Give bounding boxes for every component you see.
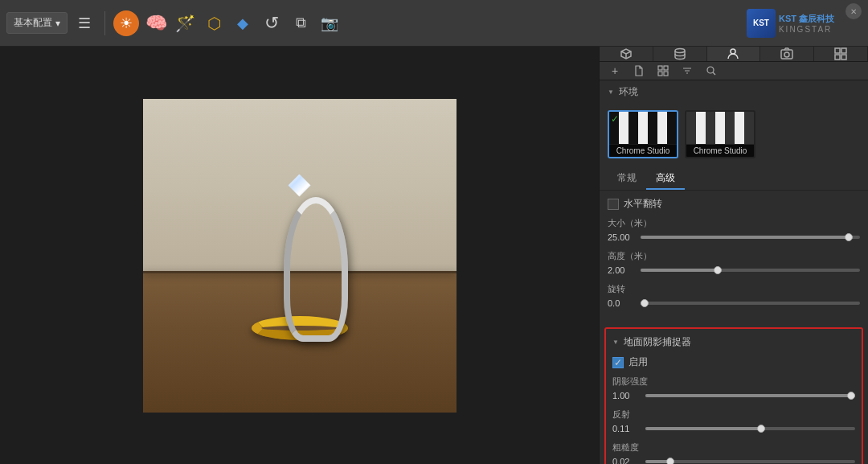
env-thumb-1[interactable]: ✓ Chrome Studio	[608, 110, 678, 158]
silver-ring	[284, 197, 348, 342]
panel-tab-database[interactable]	[653, 47, 707, 61]
env-section-arrow: ▼	[608, 88, 614, 96]
config-dropdown[interactable]: 基本配置 ▾	[6, 12, 68, 34]
environment-section-header: ▼ 环境	[600, 80, 868, 104]
tab-normal[interactable]: 常规	[608, 168, 646, 190]
size-row: 25.00	[608, 232, 860, 242]
rotation-group: 旋转 0.0	[608, 283, 860, 308]
roughness-label: 粗糙度	[612, 441, 855, 454]
logo-icon: KST	[747, 9, 776, 38]
ground-shadow-arrow: ▼	[612, 339, 619, 346]
search-action-icon[interactable]	[702, 62, 720, 80]
logo-kst-label: KST 鑫辰科技	[779, 13, 834, 25]
list-icon[interactable]: ☰	[72, 11, 96, 35]
panel-top-tabs	[600, 47, 868, 62]
rotation-row: 0.0	[608, 298, 860, 308]
svg-rect-11	[664, 72, 668, 76]
shadow-enable-checkbox[interactable]: ✓	[612, 357, 624, 368]
rotation-slider[interactable]	[641, 302, 860, 305]
shadow-intensity-thumb[interactable]	[847, 392, 855, 400]
rotation-value: 0.0	[608, 298, 636, 308]
roughness-slider[interactable]	[645, 460, 855, 463]
svg-rect-4	[835, 48, 840, 53]
panel-tabs: 常规 高级	[600, 165, 868, 191]
env-thumb-pattern-2	[686, 112, 754, 144]
height-group: 高度（米） 2.00	[608, 250, 860, 275]
size-slider[interactable]	[641, 236, 860, 239]
sort-action-icon[interactable]	[678, 62, 696, 80]
env-thumb-pattern-1	[609, 112, 677, 144]
env-thumb-label-1: Chrome Studio	[609, 145, 677, 157]
shadow-enable-row: ✓ 启用	[612, 355, 855, 369]
reflection-group: 反射 0.11	[612, 409, 855, 433]
reflection-slider[interactable]	[645, 427, 855, 430]
render-viewport	[143, 99, 457, 413]
reflection-thumb[interactable]	[757, 425, 765, 433]
file-action-icon[interactable]	[630, 62, 648, 80]
reflection-value: 0.11	[612, 424, 641, 433]
roughness-thumb[interactable]	[666, 458, 674, 464]
shadow-enable-label: 启用	[628, 355, 648, 369]
horizontal-rotation-row: 水平翻转	[608, 197, 860, 211]
svg-point-1	[731, 49, 735, 54]
gem-toolbar-icon[interactable]: ◆	[231, 11, 255, 35]
advanced-form: 水平翻转 大小（米） 25.00 高度（米） 2.00	[600, 191, 868, 322]
refresh-toolbar-icon[interactable]: ↺	[260, 11, 284, 35]
config-label: 基本配置	[14, 16, 52, 30]
logo-sub-label: KINGSTAR	[779, 25, 832, 34]
copy-toolbar-icon[interactable]: ⧉	[289, 11, 313, 35]
height-value: 2.00	[608, 265, 636, 275]
height-label: 高度（米）	[608, 250, 860, 262]
size-label: 大小（米）	[608, 217, 860, 229]
panel-tab-photo[interactable]	[760, 47, 814, 61]
shadow-intensity-fill	[645, 394, 851, 397]
layout-action-icon[interactable]	[654, 62, 672, 80]
panel-action-bar: +	[600, 62, 868, 80]
svg-rect-8	[658, 66, 662, 70]
env-thumbnails: ✓ Chrome Studio Chrome Studio	[600, 104, 868, 165]
sun-toolbar-icon[interactable]: ☀	[113, 10, 139, 36]
env-thumb-2[interactable]: Chrome Studio	[685, 110, 755, 158]
shadow-intensity-slider[interactable]	[645, 394, 855, 397]
svg-point-3	[784, 52, 789, 57]
height-slider-fill	[641, 269, 718, 272]
height-slider[interactable]	[641, 269, 860, 272]
roughness-group: 粗糙度 0.02	[612, 441, 855, 464]
roughness-value: 0.02	[612, 457, 641, 464]
env-section-label: 环境	[619, 85, 638, 99]
bucket-toolbar-icon[interactable]: ⬡	[202, 11, 226, 35]
svg-rect-10	[658, 72, 662, 76]
reflection-label: 反射	[612, 409, 855, 421]
main-content: +	[0, 47, 868, 464]
height-slider-thumb[interactable]	[714, 266, 722, 274]
tab-advanced[interactable]: 高级	[646, 168, 685, 190]
hat-toolbar-icon[interactable]: 🪄	[173, 11, 197, 35]
shadow-intensity-group: 阴影强度 1.00	[612, 376, 855, 400]
panel-tab-grid[interactable]	[814, 47, 868, 61]
logo-text: KST 鑫辰科技 KINGSTAR	[779, 13, 834, 34]
rotation-slider-thumb[interactable]	[641, 299, 649, 307]
diamond	[289, 175, 311, 197]
env-thumb-check-1: ✓	[611, 113, 619, 125]
ground-shadow-label: 地面阴影捕捉器	[624, 335, 691, 349]
panel-tab-person[interactable]	[707, 47, 761, 61]
svg-rect-7	[841, 55, 846, 60]
shadow-intensity-row: 1.00	[612, 391, 855, 400]
rotation-label: 旋转	[608, 283, 860, 295]
viewport[interactable]	[0, 47, 599, 464]
height-row: 2.00	[608, 265, 860, 275]
camera-toolbar-icon[interactable]: 📷	[317, 11, 342, 35]
close-button[interactable]: ✕	[845, 3, 862, 19]
add-action-icon[interactable]: +	[606, 62, 624, 80]
size-value: 25.00	[608, 232, 636, 242]
env-thumb-label-2: Chrome Studio	[686, 145, 754, 157]
horizontal-rotation-checkbox[interactable]	[608, 199, 619, 210]
ground-shadow-section: ▼ 地面阴影捕捉器 ✓ 启用 阴影强度 1.00	[604, 327, 863, 464]
size-slider-thumb[interactable]	[845, 233, 853, 241]
panel-tab-cube[interactable]	[600, 47, 653, 61]
size-group: 大小（米） 25.00	[608, 217, 860, 242]
neural-toolbar-icon[interactable]: 🧠	[144, 11, 168, 35]
svg-point-0	[675, 49, 685, 53]
logo-area: KST KST 鑫辰科技 KINGSTAR	[747, 9, 834, 38]
shadow-intensity-value: 1.00	[612, 391, 641, 400]
